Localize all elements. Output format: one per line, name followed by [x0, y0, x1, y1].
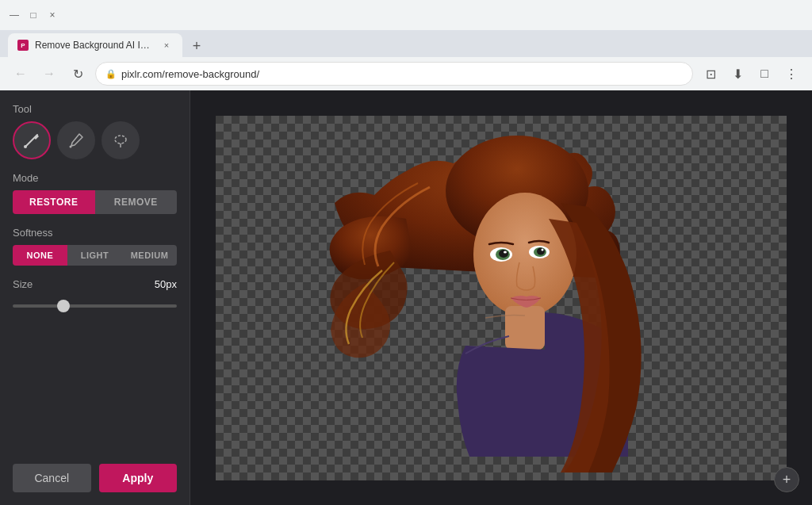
reload-button[interactable]: ↻ [67, 63, 89, 85]
svg-point-10 [504, 251, 507, 253]
minimize-button[interactable]: — [8, 9, 21, 21]
softness-buttons: NONE LIGHT MEDIUM [13, 245, 177, 266]
url-text: pixlr.com/remove-background/ [121, 68, 683, 80]
address-bar: ← → ↻ 🔒 pixlr.com/remove-background/ ⊡ ⬇… [0, 57, 812, 90]
dropper-icon [68, 132, 84, 148]
close-button[interactable]: × [46, 9, 59, 21]
menu-button[interactable]: ⋮ [780, 63, 802, 85]
tool-section-label: Tool [13, 103, 177, 115]
canvas-area: + [190, 90, 812, 505]
size-value: 50px [155, 278, 177, 290]
window-controls: — □ × [8, 9, 59, 21]
softness-section-label: Softness [13, 227, 177, 239]
subject-image [327, 124, 676, 472]
restore-mode-button[interactable]: RESTORE [13, 190, 95, 214]
browser-chrome: — □ × P Remove Background AI Imag... × +… [0, 0, 812, 90]
back-button[interactable]: ← [10, 63, 32, 85]
forward-button[interactable]: → [38, 63, 60, 85]
size-slider-container [13, 296, 177, 311]
app-container: Tool [0, 90, 812, 505]
lock-icon: 🔒 [105, 69, 117, 79]
url-bar[interactable]: 🔒 pixlr.com/remove-background/ [95, 62, 693, 86]
lasso-icon [112, 132, 129, 149]
brush-tool-button[interactable] [13, 121, 51, 159]
tool-options [13, 121, 177, 159]
lasso-tool-button[interactable] [102, 121, 140, 159]
remove-mode-button[interactable]: REMOVE [95, 190, 178, 214]
svg-point-1 [70, 146, 72, 148]
mode-section: Mode RESTORE REMOVE [13, 172, 177, 214]
apply-button[interactable]: Apply [99, 464, 178, 492]
brush-icon [23, 132, 40, 149]
tab-favicon: P [17, 40, 29, 51]
size-label: Size [13, 278, 33, 290]
svg-point-9 [499, 250, 508, 258]
tab-close-button[interactable]: × [160, 39, 173, 52]
softness-light-button[interactable]: LIGHT [67, 245, 122, 266]
translate-button[interactable]: ⊡ [699, 63, 722, 85]
sidebar: Tool [0, 90, 190, 505]
tab-title: Remove Background AI Imag... [35, 40, 154, 51]
tab-bar: P Remove Background AI Imag... × + [0, 30, 812, 57]
tool-section: Tool [13, 103, 177, 159]
download-button[interactable]: ⬇ [726, 63, 749, 85]
active-tab[interactable]: P Remove Background AI Imag... × [8, 33, 182, 57]
svg-point-0 [24, 145, 27, 148]
checkerboard-canvas [216, 116, 787, 480]
mode-section-label: Mode [13, 172, 177, 184]
new-tab-button[interactable]: + [186, 35, 208, 57]
mode-buttons: RESTORE REMOVE [13, 190, 177, 214]
svg-point-2 [115, 136, 126, 143]
softness-section: Softness NONE LIGHT MEDIUM [13, 227, 177, 266]
title-bar: — □ × [0, 0, 812, 30]
svg-point-13 [537, 247, 545, 254]
action-buttons: Cancel Apply [13, 464, 177, 492]
size-header: Size 50px [13, 278, 177, 290]
svg-rect-6 [505, 306, 545, 350]
browser-actions: ⊡ ⬇ □ ⋮ [699, 63, 802, 85]
zoom-in-button[interactable]: + [774, 467, 799, 492]
size-slider[interactable] [13, 304, 177, 308]
dropper-tool-button[interactable] [57, 121, 95, 159]
person-image [216, 116, 787, 480]
softness-medium-button[interactable]: MEDIUM [122, 245, 177, 266]
size-section: Size 50px [13, 278, 177, 311]
softness-none-button[interactable]: NONE [13, 245, 67, 266]
cancel-button[interactable]: Cancel [13, 464, 91, 492]
svg-point-14 [542, 248, 544, 251]
extensions-button[interactable]: □ [753, 63, 776, 85]
maximize-button[interactable]: □ [27, 9, 40, 21]
